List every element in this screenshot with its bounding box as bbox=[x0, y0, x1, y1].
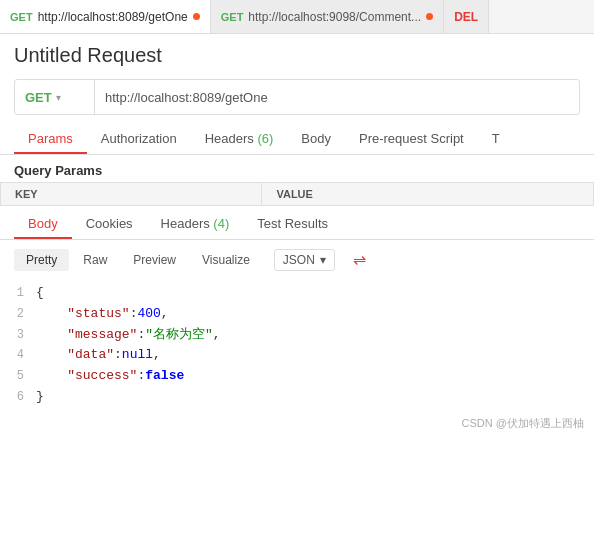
method-label: GET bbox=[25, 90, 52, 105]
wrap-button[interactable]: ⇌ bbox=[345, 246, 374, 273]
json-line-6: 6 } bbox=[0, 387, 594, 408]
request-title: Untitled Request bbox=[0, 34, 594, 73]
json-output: 1 { 2 "status" : 400 , 3 "message" : "名称… bbox=[0, 279, 594, 412]
line-number-5: 5 bbox=[0, 367, 36, 386]
tab-dot-2 bbox=[426, 13, 433, 20]
view-controls: Pretty Raw Preview Visualize JSON ▾ ⇌ bbox=[0, 240, 594, 279]
res-tab-cookies[interactable]: Cookies bbox=[72, 210, 147, 239]
request-tabs: Params Authorization Headers (6) Body Pr… bbox=[0, 125, 594, 155]
tab-params[interactable]: Params bbox=[14, 125, 87, 154]
tab-url-1: http://localhost:8089/getOne bbox=[38, 10, 188, 24]
json-line-4: 4 "data" : null , bbox=[0, 345, 594, 366]
format-chevron-icon: ▾ bbox=[320, 253, 326, 267]
tab-headers[interactable]: Headers (6) bbox=[191, 125, 288, 154]
tab-t[interactable]: T bbox=[478, 125, 514, 154]
method-select[interactable]: GET ▾ bbox=[15, 80, 95, 114]
line-number-6: 6 bbox=[0, 388, 36, 407]
tab-authorization[interactable]: Authorization bbox=[87, 125, 191, 154]
format-select[interactable]: JSON ▾ bbox=[274, 249, 335, 271]
res-tab-headers[interactable]: Headers (4) bbox=[147, 210, 244, 239]
json-line-5: 5 "success" : false bbox=[0, 366, 594, 387]
tab-get-8089[interactable]: GET http://localhost:8089/getOne bbox=[0, 0, 211, 33]
url-bar: GET ▾ bbox=[14, 79, 580, 115]
json-line-2: 2 "status" : 400 , bbox=[0, 304, 594, 325]
line-number-1: 1 bbox=[0, 284, 36, 303]
line-number-4: 4 bbox=[0, 346, 36, 365]
res-tab-test-results[interactable]: Test Results bbox=[243, 210, 342, 239]
view-visualize[interactable]: Visualize bbox=[190, 249, 262, 271]
line-number-2: 2 bbox=[0, 305, 36, 324]
tab-method-1: GET bbox=[10, 11, 33, 23]
tab-get-9098[interactable]: GET http://localhost:9098/Comment... bbox=[211, 0, 444, 33]
tab-bar: GET http://localhost:8089/getOne GET htt… bbox=[0, 0, 594, 34]
query-params-label: Query Params bbox=[0, 155, 594, 182]
chevron-down-icon: ▾ bbox=[56, 92, 61, 103]
response-tabs: Body Cookies Headers (4) Test Results bbox=[0, 210, 594, 240]
url-input[interactable] bbox=[95, 90, 579, 105]
json-line-3: 3 "message" : "名称为空" , bbox=[0, 325, 594, 346]
params-table: KEY VALUE bbox=[0, 182, 594, 206]
value-column-header: VALUE bbox=[262, 183, 594, 206]
tab-dot-1 bbox=[193, 13, 200, 20]
line-number-3: 3 bbox=[0, 326, 36, 345]
view-pretty[interactable]: Pretty bbox=[14, 249, 69, 271]
tab-pre-request-script[interactable]: Pre-request Script bbox=[345, 125, 478, 154]
json-line-1: 1 { bbox=[0, 283, 594, 304]
key-column-header: KEY bbox=[1, 183, 262, 206]
res-tab-body[interactable]: Body bbox=[14, 210, 72, 239]
view-preview[interactable]: Preview bbox=[121, 249, 188, 271]
view-raw[interactable]: Raw bbox=[71, 249, 119, 271]
tab-del[interactable]: DEL bbox=[444, 0, 489, 33]
format-label: JSON bbox=[283, 253, 315, 267]
tab-url-2: http://localhost:9098/Comment... bbox=[248, 10, 421, 24]
tab-method-2: GET bbox=[221, 11, 244, 23]
watermark: CSDN @伏加特遇上西柚 bbox=[0, 412, 594, 435]
tab-body[interactable]: Body bbox=[287, 125, 345, 154]
